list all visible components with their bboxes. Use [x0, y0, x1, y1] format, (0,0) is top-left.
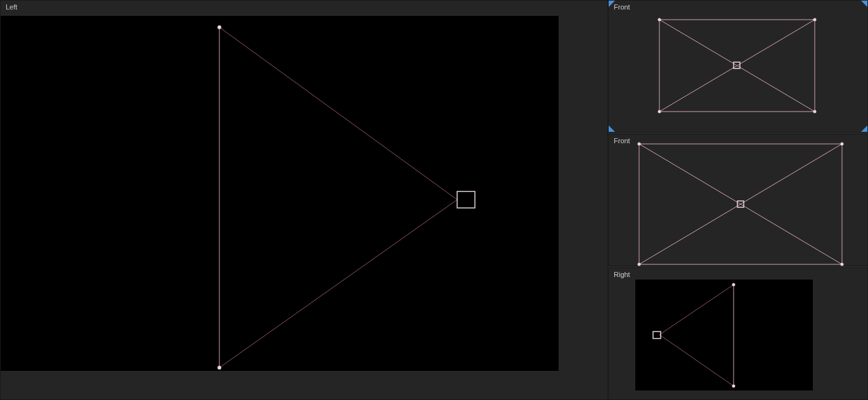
- svg-point-4: [217, 25, 221, 29]
- svg-rect-3: [457, 191, 475, 208]
- svg-point-10: [658, 18, 661, 22]
- svg-line-23: [659, 335, 734, 386]
- svg-point-20: [638, 263, 641, 266]
- svg-line-1: [219, 200, 457, 368]
- viewport-right[interactable]: [635, 280, 813, 390]
- wireframe-right: [635, 280, 813, 390]
- viewport-left[interactable]: [1, 16, 559, 371]
- viewport-panel-front-1[interactable]: Front: [608, 0, 868, 132]
- svg-point-21: [841, 263, 844, 266]
- svg-point-5: [217, 366, 221, 370]
- svg-line-0: [219, 27, 457, 200]
- viewport-panel-right[interactable]: Right: [608, 268, 868, 400]
- svg-point-13: [813, 110, 817, 113]
- svg-line-22: [659, 285, 734, 335]
- side-panels-container: Front Front: [608, 0, 868, 400]
- viewport-label-left: Left: [6, 3, 17, 11]
- viewport-label-front-2: Front: [614, 137, 630, 145]
- wireframe-front-2: [609, 134, 868, 268]
- svg-point-11: [813, 18, 817, 22]
- svg-point-27: [732, 385, 735, 388]
- svg-point-18: [638, 143, 641, 146]
- svg-point-19: [841, 143, 844, 146]
- wireframe-left: [1, 16, 559, 371]
- viewport-label-right: Right: [614, 271, 630, 278]
- viewport-panel-left[interactable]: Left: [0, 0, 608, 400]
- wireframe-front-1: [609, 1, 868, 134]
- viewport-label-front-1: Front: [614, 3, 630, 11]
- svg-point-26: [732, 283, 735, 287]
- svg-point-12: [658, 110, 661, 113]
- viewport-panel-front-2[interactable]: Front: [608, 134, 868, 266]
